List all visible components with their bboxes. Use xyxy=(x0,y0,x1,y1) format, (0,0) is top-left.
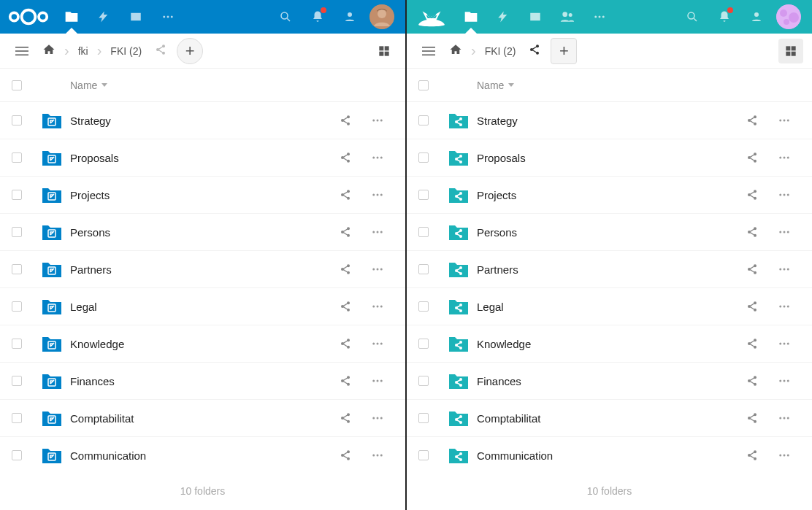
nav-activity-icon[interactable] xyxy=(487,0,519,34)
share-icon[interactable] xyxy=(736,189,768,201)
contacts-icon[interactable] xyxy=(334,0,366,34)
file-name[interactable]: Finances xyxy=(477,375,736,387)
file-name[interactable]: Proposals xyxy=(70,152,329,164)
more-actions-icon[interactable] xyxy=(361,263,394,276)
share-icon[interactable] xyxy=(329,226,361,238)
table-row[interactable]: Comptabilitat xyxy=(0,400,405,437)
row-checkbox[interactable] xyxy=(12,152,22,163)
table-row[interactable]: Finances xyxy=(407,363,812,400)
row-checkbox[interactable] xyxy=(418,376,429,386)
share-icon[interactable] xyxy=(329,449,361,461)
row-checkbox[interactable] xyxy=(418,413,429,423)
row-checkbox[interactable] xyxy=(418,115,429,125)
search-icon[interactable] xyxy=(676,0,708,34)
file-name[interactable]: Persons xyxy=(70,226,329,239)
file-name[interactable]: Strategy xyxy=(70,115,329,127)
file-name[interactable]: Communication xyxy=(70,449,329,462)
share-icon[interactable] xyxy=(736,301,768,312)
row-checkbox[interactable] xyxy=(12,376,22,386)
notifications-icon[interactable] xyxy=(708,0,740,34)
table-row[interactable]: Comptabilitat xyxy=(407,400,812,437)
file-name[interactable]: Strategy xyxy=(477,115,736,127)
user-avatar[interactable] xyxy=(773,0,805,34)
breadcrumb-share-icon[interactable] xyxy=(524,41,545,61)
more-actions-icon[interactable] xyxy=(768,300,800,313)
more-actions-icon[interactable] xyxy=(768,225,800,239)
table-row[interactable]: Partners xyxy=(0,251,405,288)
search-icon[interactable] xyxy=(269,0,302,34)
table-row[interactable]: Proposals xyxy=(0,139,405,177)
share-icon[interactable] xyxy=(736,152,768,163)
row-checkbox[interactable] xyxy=(418,301,429,312)
more-actions-icon[interactable] xyxy=(361,225,394,239)
more-actions-icon[interactable] xyxy=(768,412,800,425)
row-checkbox[interactable] xyxy=(418,227,429,237)
file-name[interactable]: Projects xyxy=(477,189,736,201)
user-avatar[interactable] xyxy=(366,0,398,34)
nav-gallery-icon[interactable] xyxy=(519,0,551,34)
more-actions-icon[interactable] xyxy=(361,151,394,164)
more-actions-icon[interactable] xyxy=(768,151,800,164)
file-name[interactable]: Persons xyxy=(477,226,736,239)
file-name[interactable]: Comptabilitat xyxy=(477,412,736,425)
file-name[interactable]: Communication xyxy=(477,449,736,462)
breadcrumb-home-icon[interactable] xyxy=(445,40,467,61)
more-actions-icon[interactable] xyxy=(361,412,394,425)
table-row[interactable]: Partners xyxy=(407,251,812,288)
share-icon[interactable] xyxy=(329,115,361,126)
sort-by-name[interactable]: Name xyxy=(477,80,514,91)
new-button[interactable]: + xyxy=(177,38,203,64)
share-icon[interactable] xyxy=(736,375,768,387)
row-checkbox[interactable] xyxy=(12,301,22,312)
nav-contacts-icon[interactable] xyxy=(551,0,583,34)
new-button[interactable]: + xyxy=(551,38,577,64)
table-row[interactable]: Strategy xyxy=(0,102,405,139)
table-row[interactable]: Projects xyxy=(0,177,405,214)
breadcrumb-share-icon[interactable] xyxy=(150,41,171,61)
more-actions-icon[interactable] xyxy=(361,300,394,313)
file-name[interactable]: Legal xyxy=(70,301,329,313)
grid-view-toggle-icon[interactable] xyxy=(778,39,803,63)
row-checkbox[interactable] xyxy=(12,264,22,274)
file-name[interactable]: Knowledge xyxy=(477,338,736,350)
more-actions-icon[interactable] xyxy=(768,337,800,350)
menu-toggle-icon[interactable] xyxy=(415,38,442,64)
file-name[interactable]: Proposals xyxy=(477,152,736,164)
row-checkbox[interactable] xyxy=(418,190,429,200)
app-logo[interactable] xyxy=(414,4,449,29)
row-checkbox[interactable] xyxy=(12,115,22,125)
more-actions-icon[interactable] xyxy=(361,337,394,350)
share-icon[interactable] xyxy=(329,412,361,424)
more-actions-icon[interactable] xyxy=(768,114,800,127)
table-row[interactable]: Legal xyxy=(0,288,405,325)
share-icon[interactable] xyxy=(736,412,768,424)
nav-more-icon[interactable] xyxy=(152,0,184,34)
share-icon[interactable] xyxy=(736,338,768,349)
select-all-checkbox[interactable] xyxy=(12,80,22,90)
table-row[interactable]: Projects xyxy=(407,177,812,214)
share-icon[interactable] xyxy=(736,226,768,238)
share-icon[interactable] xyxy=(329,263,361,275)
more-actions-icon[interactable] xyxy=(361,114,394,127)
table-row[interactable]: Legal xyxy=(407,288,812,325)
more-actions-icon[interactable] xyxy=(361,188,394,201)
menu-toggle-icon[interactable] xyxy=(9,38,35,64)
table-row[interactable]: Communication xyxy=(0,437,405,472)
share-icon[interactable] xyxy=(329,338,361,349)
row-checkbox[interactable] xyxy=(12,190,22,200)
row-checkbox[interactable] xyxy=(418,264,429,274)
more-actions-icon[interactable] xyxy=(361,449,394,462)
table-row[interactable]: Knowledge xyxy=(0,325,405,363)
sort-by-name[interactable]: Name xyxy=(70,80,107,91)
more-actions-icon[interactable] xyxy=(768,188,800,201)
grid-view-toggle-icon[interactable] xyxy=(372,39,397,63)
nav-gallery-icon[interactable] xyxy=(120,0,152,34)
contacts-icon[interactable] xyxy=(740,0,773,34)
table-row[interactable]: Knowledge xyxy=(407,325,812,363)
row-checkbox[interactable] xyxy=(12,413,22,423)
row-checkbox[interactable] xyxy=(418,152,429,163)
share-icon[interactable] xyxy=(329,189,361,201)
file-name[interactable]: Projects xyxy=(70,189,329,201)
file-name[interactable]: Partners xyxy=(70,263,329,276)
table-row[interactable]: Proposals xyxy=(407,139,812,177)
